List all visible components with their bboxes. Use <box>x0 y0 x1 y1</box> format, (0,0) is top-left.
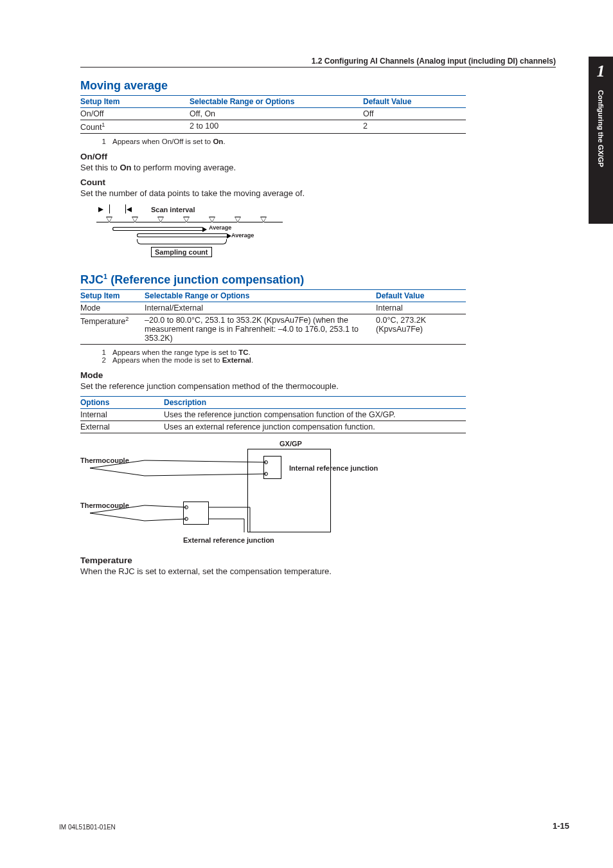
chapter-side-tab: 1 Configuring the GX/GP <box>589 57 613 224</box>
moving-average-diagram: Scan interval Average Average Sampling c… <box>87 203 305 261</box>
wiring-svg <box>80 440 414 549</box>
scan-interval-label: Scan interval <box>151 206 195 213</box>
footer-docid: IM 04L51B01-01EN <box>59 824 116 831</box>
chapter-number: 1 <box>589 57 613 81</box>
col-default: Default Value <box>363 96 466 108</box>
col-default: Default Value <box>376 290 466 302</box>
temperature-body: When the RJC is set to external, set the… <box>80 566 556 576</box>
rjc-table: Setup Item Selectable Range or Options D… <box>80 289 466 345</box>
arrow-right-icon <box>98 207 103 212</box>
thermocouple-label-2: Thermocouple <box>80 502 129 509</box>
col-description: Description <box>164 397 466 409</box>
average-label-2: Average <box>231 232 254 239</box>
thermocouple-label-1: Thermocouple <box>80 457 129 464</box>
table-row: Count1 2 to 100 2 <box>80 120 466 134</box>
moving-average-title: Moving average <box>80 79 556 93</box>
chapter-label: Configuring the GX/GP <box>597 90 605 167</box>
table-row: External Uses an external reference junc… <box>80 421 466 433</box>
top-rule <box>80 67 556 68</box>
col-options: Options <box>80 397 164 409</box>
page-content: 1.2 Configuring AI Channels (Analog inpu… <box>80 57 556 581</box>
rjc-footnotes: 1 Appears when the range type is set to … <box>100 348 556 364</box>
count-body: Set the number of data points to take th… <box>80 188 556 198</box>
footer-page: 1-15 <box>553 821 569 831</box>
external-reference-junction-label: External reference junction <box>183 536 274 544</box>
col-range: Selectable Range or Options <box>190 96 363 108</box>
col-range: Selectable Range or Options <box>145 290 376 302</box>
col-setup-item: Setup Item <box>80 290 145 302</box>
table-row: Temperature2 –20.0 to 80.0°C, 253.1 to 3… <box>80 314 466 345</box>
onoff-body: Set this to On to perform moving average… <box>80 163 556 172</box>
moving-average-footnotes: 1 Appears when On/Off is set to On. <box>100 138 556 145</box>
sampling-count-label: Sampling count <box>151 247 212 257</box>
onoff-heading: On/Off <box>80 152 556 161</box>
average-label-1: Average <box>209 224 231 231</box>
mode-heading: Mode <box>80 370 556 380</box>
internal-reference-junction-label: Internal reference junction <box>289 464 378 472</box>
moving-average-table: Setup Item Selectable Range or Options D… <box>80 95 466 134</box>
col-setup-item: Setup Item <box>80 96 190 108</box>
running-head: 1.2 Configuring AI Channels (Analog inpu… <box>80 57 556 66</box>
table-row: Internal Uses the reference junction com… <box>80 409 466 421</box>
mode-options-table: Options Description Internal Uses the re… <box>80 396 466 433</box>
count-heading: Count <box>80 177 556 187</box>
temperature-heading: Temperature <box>80 556 556 565</box>
rjc-diagram: GX/GP Thermocouple Thermocouple Internal… <box>80 440 414 549</box>
arrow-left-icon <box>127 207 132 212</box>
table-row: On/Off Off, On Off <box>80 108 466 120</box>
rjc-title: RJC1 (Reference junction compensation) <box>80 273 556 287</box>
table-row: Mode Internal/External Internal <box>80 302 466 314</box>
mode-lead: Set the reference junction compensation … <box>80 381 556 391</box>
